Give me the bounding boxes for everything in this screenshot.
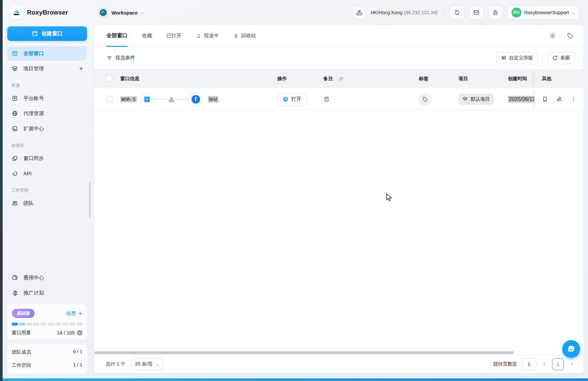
tab-opened[interactable]: 已打开 [166, 25, 181, 47]
desktop-edge-bottom [3, 378, 588, 381]
sync-icon [454, 9, 460, 16]
plan-card: 基础版 续费 窗口用量 14 / 105 i [7, 304, 87, 340]
sidebar-item-all-windows[interactable]: 全部窗口 [7, 46, 87, 61]
tab-all-windows[interactable]: 全部窗口 [106, 25, 128, 47]
sidebar-item-label: 扩展中心 [23, 125, 44, 132]
tag-icon [567, 32, 574, 39]
sidebar-item-platform-accounts[interactable]: 平台账号 [7, 91, 87, 106]
user-menu[interactable]: RO RoxybrowserSupport ⌄ [507, 5, 579, 20]
sidebar-item-extension-center[interactable]: 扩展中心 [7, 121, 87, 136]
row-checkbox[interactable] [106, 96, 112, 102]
sidebar-item-label: 费用中心 [23, 274, 44, 281]
windows-os-icon [141, 93, 153, 106]
filter-icon [106, 55, 112, 61]
project-name: 默认项目 [471, 96, 490, 102]
create-window-button[interactable]: 创建窗口 [7, 26, 87, 41]
lock-button[interactable] [488, 6, 503, 19]
sidebar-scrollbar[interactable] [89, 182, 91, 218]
tag-manager-button[interactable] [567, 32, 574, 39]
messages-button[interactable] [469, 6, 484, 19]
tab-favorites[interactable]: 收藏 [142, 25, 152, 47]
table-empty-area [94, 111, 584, 351]
col-tag: 标签 [419, 76, 428, 82]
custom-layout-button[interactable]: 自定义排版 [496, 52, 538, 64]
sidebar-item-project-management[interactable]: 项目管理 + [7, 61, 87, 76]
tabs-bar: 全部窗口 收藏 已打开 投送中 回收站 [94, 25, 584, 47]
open-window-button[interactable]: 打开 [277, 93, 307, 106]
settings-button[interactable] [549, 32, 556, 39]
stats-card: 团队成员 0 / 1 工作空间 1 / 1 [7, 344, 87, 374]
next-page-button[interactable]: › [569, 361, 575, 367]
total-count: 总计 1 个 [106, 361, 126, 367]
prev-page-button[interactable]: ‹ [541, 361, 547, 367]
extension-icon [11, 125, 18, 132]
divider [444, 8, 444, 17]
sidebar-section-automation: 自动化 [7, 137, 87, 151]
support-chat-button[interactable] [562, 340, 580, 358]
page-size-select[interactable]: 20 条/页 ⌄ [131, 358, 163, 370]
tab-transferring[interactable]: 投送中 [196, 25, 219, 47]
proxy-router-icon [168, 96, 175, 103]
table-row[interactable]: WOR-5 f [94, 88, 584, 111]
col-window-info: 窗口信息 [120, 76, 139, 82]
app-window: RoxyBrowser Workspace › HK/Hong Kong (46… [3, 0, 588, 378]
tab-recycle-bin[interactable]: 回收站 [233, 25, 256, 47]
page-number-button[interactable]: 1 [552, 358, 564, 370]
usage-label: 窗口用量 [12, 330, 31, 336]
main-panel: 全部窗口 收藏 已打开 投送中 回收站 [94, 25, 584, 373]
api-icon [11, 170, 18, 177]
network-status-button[interactable] [353, 6, 366, 19]
divider [561, 33, 562, 39]
bookmark-button[interactable] [542, 96, 548, 102]
chat-bubble-icon [567, 344, 576, 354]
open-label: 打开 [291, 96, 301, 102]
custom-layout-label: 自定义排版 [509, 55, 533, 61]
share-window-button[interactable] [556, 96, 563, 103]
sidebar-item-window-sync[interactable]: 窗口同步 [7, 151, 87, 166]
sidebar-item-label: 团队 [23, 200, 34, 207]
page-size-value: 20 条/页 [135, 361, 153, 367]
user-name: RoxybrowserSupport [524, 10, 569, 15]
facebook-platform-icon: f [190, 93, 202, 106]
connector-dots [155, 99, 166, 100]
sidebar-item-billing-center[interactable]: 费用中心 [7, 270, 87, 285]
usage-value: 14 / 105 [57, 330, 75, 335]
top-header: RoxyBrowser Workspace › HK/Hong Kong (46… [3, 0, 588, 25]
app-title: RoxyBrowser [27, 9, 68, 16]
sidebar-item-referral-program[interactable]: 推广计划 [7, 286, 87, 300]
workspace-switcher[interactable]: Workspace › [98, 8, 143, 17]
add-note-icon[interactable] [323, 96, 330, 103]
filter-bar: 筛选条件 自定义排版 刷新 [94, 47, 584, 69]
desktop-edge-left [0, 0, 3, 381]
window-sync-icon [11, 155, 18, 162]
add-tag-button[interactable] [419, 93, 431, 106]
tab-label: 投送中 [204, 33, 219, 39]
add-project-button[interactable]: + [79, 65, 83, 73]
stat-label: 工作空间 [12, 362, 31, 368]
row-more-button[interactable] [571, 96, 576, 102]
refresh-button[interactable]: 刷新 [547, 52, 575, 64]
sidebar-item-team[interactable]: 团队 [7, 196, 87, 210]
sync-button[interactable] [450, 6, 464, 19]
project-chip[interactable]: 默认项目 [458, 94, 494, 105]
refresh-icon [552, 55, 558, 61]
sidebar-item-label: 代理资源 [23, 110, 44, 117]
select-all-checkbox[interactable] [106, 76, 112, 82]
filter-conditions-button[interactable]: 筛选条件 [106, 55, 135, 61]
bookmark-icon [542, 96, 548, 102]
jump-page-input[interactable] [522, 358, 536, 370]
arrow-right-icon [77, 311, 82, 316]
workspace-globe-icon [98, 8, 108, 17]
mail-icon [473, 9, 480, 16]
window-name: test [208, 96, 219, 103]
info-icon[interactable]: i [77, 330, 82, 335]
roxybrowser-logo-icon [10, 6, 23, 19]
sidebar: 创建窗口 全部窗口 项目管理 + 资源 [3, 25, 92, 378]
eye-off-icon[interactable] [338, 76, 344, 82]
windows-grid-icon [11, 50, 18, 57]
sidebar-item-proxy-resources[interactable]: 代理资源 [7, 106, 87, 121]
renew-link[interactable]: 续费 [66, 310, 82, 317]
sidebar-item-api[interactable]: API [7, 166, 87, 181]
team-icon [11, 200, 18, 207]
horizontal-scrollbar[interactable] [94, 351, 584, 355]
